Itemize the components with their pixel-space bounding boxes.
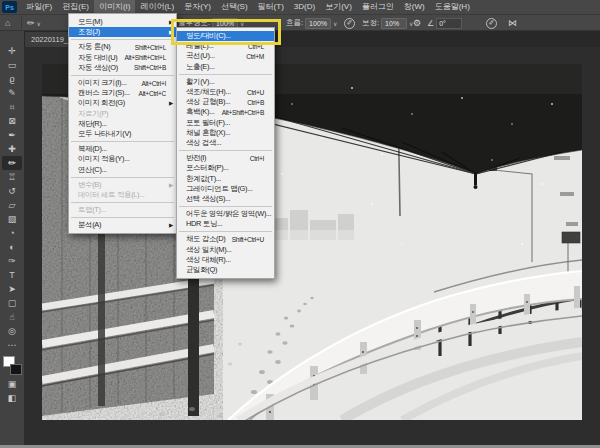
menu-bar-item[interactable]: 필터(T)	[253, 0, 289, 14]
menu-item[interactable]: 재단(R)...	[69, 119, 176, 129]
menu-item-label: 한계값(T)...	[186, 174, 221, 184]
brush-tool[interactable]: ✏	[2, 156, 22, 170]
smoothing-options-button[interactable]: ⚙	[413, 15, 421, 31]
menu-item[interactable]: 데이터 세트 적용(L)...	[69, 190, 176, 200]
menu-bar-item[interactable]: 선택(S)	[216, 0, 253, 14]
menu-item[interactable]: 색상 대체(R)...	[177, 255, 274, 265]
menu-item[interactable]: 균일화(Q)	[177, 265, 274, 275]
menu-item[interactable]: 그레이디언트 맵(G)...	[177, 184, 274, 194]
blur-tool[interactable]: ◔	[2, 226, 22, 240]
menu-item[interactable]: 채도 감소(D) Shift+Ctrl+U	[177, 234, 274, 244]
menu-bar-item-label: 보기(V)	[325, 2, 352, 11]
menu-item[interactable]: 흑백(K)... Alt+Shift+Ctrl+B	[177, 107, 274, 117]
menu-bar-item[interactable]: 창(W)	[399, 0, 430, 14]
menu-item[interactable]: 조정(J) ▶	[69, 27, 176, 37]
path-selection-tool[interactable]: ➤	[2, 282, 22, 296]
menu-bar-item[interactable]: 레이어(L)	[135, 0, 179, 14]
menu-item[interactable]: 캔버스 크기(S)... Alt+Ctrl+C	[69, 88, 176, 98]
menu-bar-item[interactable]: 이미지(I)	[94, 0, 136, 14]
menu-item[interactable]: 노출(E)...	[177, 62, 274, 72]
flow-control[interactable]: 흐름: 100% ∨	[286, 15, 338, 31]
brush-preset-picker[interactable]: ✏ ∨	[27, 15, 41, 31]
menu-item[interactable]: 자동 색상(O) Shift+Ctrl+B	[69, 63, 176, 73]
marquee-tool[interactable]: ▭	[2, 58, 22, 72]
edit-toolbar[interactable]: ⋯	[2, 338, 22, 352]
menu-bar-item[interactable]: 편집(E)	[57, 0, 94, 14]
lasso-tool[interactable]: ϱ	[2, 72, 22, 86]
zoom-tool[interactable]: ◎	[2, 324, 22, 338]
background-color-swatch[interactable]	[10, 364, 22, 375]
menu-item[interactable]: 변수(B) ▶	[69, 180, 176, 190]
menu-item[interactable]: 분석(A) ▶	[69, 220, 176, 230]
menu-bar-item[interactable]: 3D(D)	[289, 0, 320, 14]
menu-bar-item[interactable]: 도움말(H)	[430, 0, 475, 14]
frame-tool[interactable]: ⊠	[2, 114, 22, 128]
menu-item-label: 자르기(P)	[78, 109, 108, 119]
shape-tool[interactable]: ▢	[2, 296, 22, 310]
crop-tool[interactable]: ⌗	[2, 100, 22, 114]
quick-mask-button[interactable]: ▣	[2, 377, 22, 391]
menu-item[interactable]: 선택 색상(S)...	[177, 194, 274, 204]
flow-value[interactable]: 100%	[305, 18, 331, 29]
menu-item[interactable]: 자동 톤(N) Shift+Ctrl+L	[69, 42, 176, 52]
menu-separator	[179, 206, 272, 207]
history-brush-tool[interactable]: ↺	[2, 184, 22, 198]
smoothing-control[interactable]: 보정: 10% ∨	[362, 15, 414, 31]
menu-item[interactable]: 활기(V)...	[177, 77, 274, 87]
menu-item[interactable]: 곡선(U)... Ctrl+M	[177, 51, 274, 61]
eyedropper-tool[interactable]: ✒	[2, 128, 22, 142]
gradient-tool[interactable]: ▧	[2, 212, 22, 226]
menu-item[interactable]: 모드(M) ▶	[69, 17, 176, 27]
symmetry-toggle[interactable]: ⋈	[508, 15, 517, 31]
airbrush-toggle[interactable]: ✐	[344, 15, 355, 31]
type-tool[interactable]: T	[2, 268, 22, 282]
menu-item[interactable]: 반전(I) Ctrl+I	[177, 153, 274, 163]
menu-item[interactable]: 이미지 회전(G) ▶	[69, 98, 176, 108]
menu-item[interactable]: 포토 필터(F)...	[177, 118, 274, 128]
airbrush-icon: ✐	[344, 18, 355, 29]
menu-item[interactable]: HDR 토닝...	[177, 219, 274, 229]
menu-item[interactable]: 자동 대비(U) Alt+Shift+Ctrl+L	[69, 53, 176, 63]
menu-item[interactable]: 색상 균형(B)... Ctrl+B	[177, 97, 274, 107]
menu-item[interactable]: 색상 검색...	[177, 138, 274, 148]
healing-brush-tool[interactable]: ✚	[2, 142, 22, 156]
dodge-tool[interactable]: ◐	[2, 240, 22, 254]
move-tool[interactable]: ✛	[2, 44, 22, 58]
menu-bar-item[interactable]: 플러그인	[357, 0, 399, 14]
brush-icon: ✏	[27, 18, 35, 28]
pen-tool[interactable]: ✑	[2, 254, 22, 268]
menu-bar-item[interactable]: 보기(V)	[320, 0, 357, 14]
menu-bar-item[interactable]: 파일(F)	[21, 0, 57, 14]
brush-angle-control[interactable]: ∠ 0°	[427, 15, 462, 31]
eraser-tool[interactable]: ▱	[2, 198, 22, 212]
pressure-opacity-toggle[interactable]: ✐	[486, 15, 497, 31]
menu-item[interactable]: 모두 나타내기(V)	[69, 129, 176, 139]
smoothing-value[interactable]: 10%	[381, 18, 407, 29]
menu-item[interactable]: 이미지 크기(I)... Alt+Ctrl+I	[69, 78, 176, 88]
menu-item-label: 포토 필터(F)...	[186, 118, 230, 128]
menu-item[interactable]: 트랩(T)...	[69, 205, 176, 215]
color-swatches[interactable]	[3, 356, 22, 375]
clone-stamp-tool[interactable]: ♖	[2, 170, 22, 184]
menu-item[interactable]: 복제(D)...	[69, 144, 176, 154]
menu-item[interactable]: 연산(C)...	[69, 164, 176, 174]
menu-item[interactable]: 자르기(P)	[69, 109, 176, 119]
menu-bar-item[interactable]: 문자(Y)	[179, 0, 216, 14]
angle-field[interactable]: 0°	[436, 18, 462, 29]
home-button[interactable]: ⌂	[5, 15, 10, 31]
pen-pressure-icon: ✐	[486, 18, 497, 29]
flow-label: 흐름:	[286, 18, 303, 28]
menu-separator	[179, 150, 272, 151]
tool-list: ✛ ▭ ϱ ✎ ⌗ ⊠ ✒ ✚ ✏ ♖ ↺ ▱	[2, 44, 22, 352]
quick-selection-tool[interactable]: ✎	[2, 86, 22, 100]
menu-item[interactable]: 채널 혼합(X)...	[177, 128, 274, 138]
screen-mode-button[interactable]: ◧	[2, 391, 22, 405]
menu-item[interactable]: 이미지 적용(Y)...	[69, 154, 176, 164]
menu-item[interactable]: 포스터화(P)...	[177, 163, 274, 173]
menu-item[interactable]: 색상 일치(M)...	[177, 245, 274, 255]
menu-item[interactable]: 어두운 영역/밝은 영역(W)...	[177, 209, 274, 219]
menu-item[interactable]: 색조/채도(H)... Ctrl+U	[177, 87, 274, 97]
menu-item[interactable]: 한계값(T)...	[177, 173, 274, 183]
hand-tool[interactable]: ☝	[2, 310, 22, 324]
tool-icon: ▣	[8, 379, 17, 389]
